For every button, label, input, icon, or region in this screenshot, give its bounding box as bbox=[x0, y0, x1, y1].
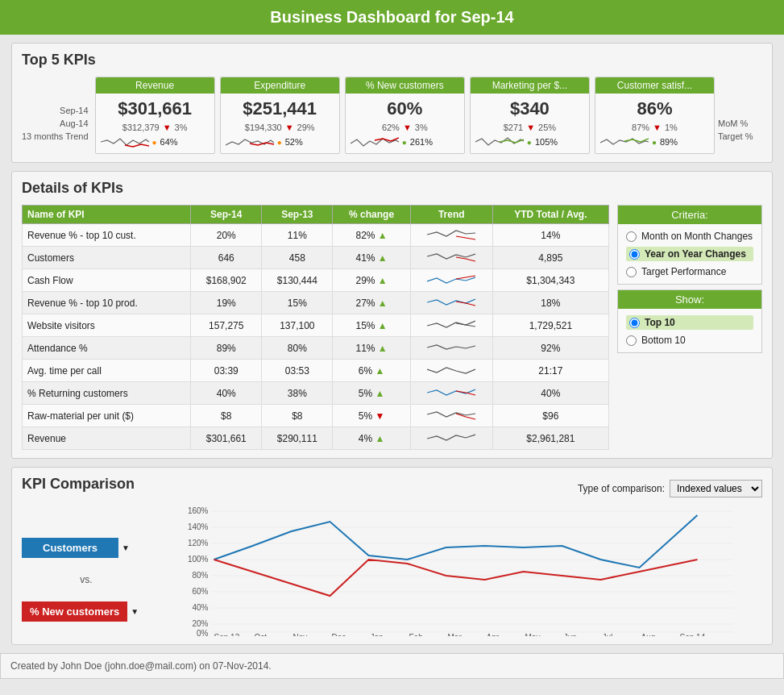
show-option-bottom10[interactable]: Bottom 10 bbox=[626, 335, 753, 346]
arrow-up-icon: ▲ bbox=[375, 433, 384, 444]
kpi1-button[interactable]: Customers bbox=[22, 538, 118, 558]
dot-orange-icon: ● bbox=[277, 138, 282, 147]
kpi2-chevron-icon[interactable]: ▼ bbox=[131, 607, 139, 616]
svg-text:120%: 120% bbox=[188, 539, 209, 547]
kpi-new-customers-prev: 62% ▼ 3% bbox=[351, 123, 459, 132]
kpi-section: Top 5 KPIs Sep-14 Aug-14 13 months Trend… bbox=[11, 43, 773, 163]
kpi-satisfaction-prev: 87% ▼ 1% bbox=[600, 123, 709, 132]
show-header: Show: bbox=[618, 290, 761, 309]
svg-text:May: May bbox=[525, 633, 541, 636]
sparkline-new-customers bbox=[351, 134, 399, 150]
arrow-up-icon: ▲ bbox=[378, 343, 388, 354]
col-header-trend: Trend bbox=[410, 206, 492, 224]
comparison-header: KPI Comparison Type of comparison: Index… bbox=[22, 476, 762, 501]
kpi-revenue-prev: $312,379 ▼ 3% bbox=[101, 123, 209, 132]
svg-text:Mar: Mar bbox=[448, 633, 463, 636]
criteria-options: Month on Month Changes Year on Year Chan… bbox=[618, 224, 761, 284]
trend-sparkline bbox=[427, 407, 475, 422]
comparison-chart: 160% 140% 120% 100% 80% 60% 40% 20% 0% bbox=[157, 507, 762, 636]
table-row: Revenue % - top 10 cust. 20% 11% 82% ▲ 1… bbox=[23, 224, 609, 247]
svg-text:Dec: Dec bbox=[332, 633, 346, 636]
kpi-satisfaction-value: 86% bbox=[600, 98, 709, 119]
dot-orange-icon: ● bbox=[152, 138, 157, 147]
kpi-card-marketing: Marketing per $... $340 $271 ▼ 25% ● 105… bbox=[470, 77, 590, 154]
show-radio-bottom10[interactable] bbox=[626, 335, 637, 346]
svg-text:Sep 13: Sep 13 bbox=[214, 633, 240, 636]
svg-text:Nov: Nov bbox=[293, 633, 308, 636]
footer-text: Created by John Doe (john.doe@mail.com) … bbox=[10, 660, 272, 672]
vs-label: vs. bbox=[22, 574, 151, 585]
kpi-table-wrapper: Name of KPI Sep-14 Sep-13 % change Trend… bbox=[22, 205, 609, 450]
kpi-marketing-value: $340 bbox=[475, 98, 584, 119]
kpi1-selector: Customers ▼ bbox=[22, 538, 151, 558]
kpi2-selector-row: % New customers ▼ bbox=[22, 601, 151, 622]
criteria-radio-mom[interactable] bbox=[626, 231, 637, 242]
criteria-option-target[interactable]: Target Performance bbox=[626, 266, 753, 277]
kpi-card-revenue-header: Revenue bbox=[96, 77, 214, 94]
arrow-up-icon: ▲ bbox=[375, 388, 384, 399]
kpi-card-expenditure-header: Expenditure bbox=[221, 77, 339, 94]
trend-sparkline bbox=[427, 317, 475, 331]
svg-text:Jan: Jan bbox=[371, 633, 384, 636]
sparkline-revenue bbox=[101, 134, 149, 150]
svg-text:Sep 14: Sep 14 bbox=[680, 633, 706, 636]
chart-right: 160% 140% 120% 100% 80% 60% 40% 20% 0% bbox=[157, 507, 762, 636]
trend-sparkline bbox=[427, 249, 475, 264]
show-box: Show: Top 10 Bottom 10 bbox=[617, 289, 762, 353]
dot-green-icon: ● bbox=[527, 138, 532, 147]
comparison-select-area: Type of comparison: Indexed values Absol… bbox=[578, 480, 762, 497]
chart-area: Customers ▼ vs. % New customers ▼ 160% 1… bbox=[22, 507, 762, 636]
kpi1-chevron-icon[interactable]: ▼ bbox=[122, 543, 130, 552]
kpi-expenditure-trend: ● 52% bbox=[226, 134, 334, 150]
svg-text:60%: 60% bbox=[192, 587, 208, 596]
col-header-ytd: YTD Total / Avg. bbox=[492, 206, 608, 224]
comparison-section: KPI Comparison Type of comparison: Index… bbox=[11, 467, 773, 645]
criteria-option-mom[interactable]: Month on Month Changes bbox=[626, 231, 753, 242]
svg-text:140%: 140% bbox=[188, 522, 209, 531]
table-row: Avg. time per call 03:39 03:53 6% ▲ 21:1… bbox=[23, 360, 609, 382]
trend-sparkline bbox=[427, 272, 475, 286]
kpi-satisfaction-trend: ● 89% bbox=[600, 134, 709, 150]
kpi-card-new-customers-header: % New customers bbox=[346, 77, 464, 94]
col-header-sep13: Sep-13 bbox=[262, 206, 333, 224]
kpi2-button[interactable]: % New customers bbox=[22, 601, 127, 622]
svg-text:Feb: Feb bbox=[409, 633, 424, 636]
dot-green-icon: ● bbox=[652, 138, 657, 147]
trend-sparkline bbox=[427, 362, 475, 377]
table-row: Customers 646 458 41% ▲ 4,895 bbox=[23, 247, 609, 269]
criteria-radio-target[interactable] bbox=[626, 267, 637, 277]
kpi-revenue-trend: ● 64% bbox=[101, 134, 209, 150]
dot-green-icon: ● bbox=[402, 138, 407, 147]
table-row: Raw-material per unit ($) $8 $8 5% ▼ $96 bbox=[23, 405, 609, 427]
criteria-option-yoy[interactable]: Year on Year Changes bbox=[626, 247, 753, 261]
header-title: Business Dashboard for Sep-14 bbox=[270, 8, 513, 26]
sparkline-marketing bbox=[475, 134, 524, 150]
trend-sparkline bbox=[427, 294, 475, 309]
criteria-radio-yoy[interactable] bbox=[629, 249, 640, 260]
kpi2-selector: % New customers ▼ bbox=[22, 601, 151, 622]
table-row: Revenue % - top 10 prod. 19% 15% 27% ▲ 1… bbox=[23, 292, 609, 314]
comparison-dropdown[interactable]: Indexed values Absolute values % Change bbox=[670, 480, 762, 497]
show-option-top10[interactable]: Top 10 bbox=[626, 315, 753, 330]
kpi-card-revenue: Revenue $301,661 $312,379 ▼ 3% ● 64% bbox=[95, 77, 215, 154]
arrow-down-icon: ▼ bbox=[653, 123, 662, 132]
svg-text:Jul: Jul bbox=[603, 633, 613, 636]
table-row: Website visitors 157,275 137,100 15% ▲ 1… bbox=[23, 314, 609, 337]
col-header-sep14: Sep-14 bbox=[191, 206, 262, 224]
svg-text:Jun: Jun bbox=[564, 633, 577, 636]
svg-text:0%: 0% bbox=[197, 629, 209, 636]
svg-text:Oct: Oct bbox=[255, 633, 268, 636]
col-header-name: Name of KPI bbox=[23, 206, 191, 224]
svg-text:40%: 40% bbox=[192, 603, 208, 612]
kpi-revenue-value: $301,661 bbox=[101, 98, 209, 119]
table-row: Cash Flow $168,902 $130,444 29% ▲ $1,304… bbox=[23, 269, 609, 292]
kpi-table: Name of KPI Sep-14 Sep-13 % change Trend… bbox=[22, 205, 609, 450]
kpi-left-labels: Sep-14 Aug-14 13 months Trend bbox=[22, 77, 92, 141]
show-radio-top10[interactable] bbox=[629, 318, 640, 328]
svg-text:20%: 20% bbox=[192, 619, 208, 628]
kpi-new-customers-trend: ● 261% bbox=[351, 134, 459, 150]
arrow-up-icon: ▲ bbox=[378, 320, 388, 331]
arrow-up-icon: ▲ bbox=[378, 275, 388, 286]
svg-text:Apr: Apr bbox=[487, 633, 500, 636]
kpi-marketing-trend: ● 105% bbox=[475, 134, 584, 150]
